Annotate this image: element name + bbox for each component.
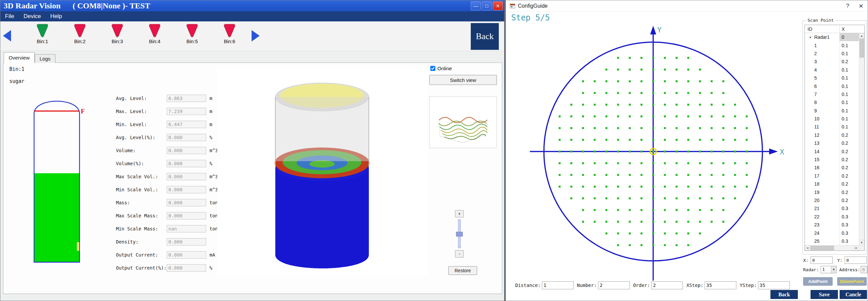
field-value-input[interactable] [167, 160, 206, 167]
bin-button[interactable]: Bin:6 [211, 23, 248, 44]
field-value-input[interactable] [167, 186, 206, 193]
switch-view-button[interactable]: Switch view [429, 75, 497, 85]
zoom-out-button[interactable]: - [455, 250, 464, 257]
param-input[interactable] [598, 281, 630, 289]
scan-point-row[interactable]: 4 0.1 [805, 66, 859, 74]
bin-button[interactable]: Bin:2 [61, 23, 99, 44]
y-coord-input[interactable] [845, 256, 867, 264]
scan-point-row[interactable]: 9 0.1 [805, 107, 859, 115]
scroll-left-icon[interactable]: ◄ [805, 245, 810, 250]
tab[interactable]: Overview [4, 52, 35, 63]
bin-button[interactable]: Bin:5 [174, 23, 211, 44]
field-value-input[interactable] [167, 134, 206, 141]
field-value-input[interactable] [167, 212, 206, 219]
titlebar[interactable]: 3D Radar Vision ( COM8|None )- TEST — □ … [0, 0, 504, 11]
scan-point-id: 9 [814, 108, 817, 113]
scan-point-row[interactable]: 14 0.2 [805, 147, 859, 155]
column-header-x[interactable]: X [840, 25, 864, 33]
maximize-button[interactable]: □ [482, 1, 492, 10]
scan-point-id: Radar1 [814, 34, 830, 40]
scroll-down-icon[interactable]: ▼ [859, 240, 864, 245]
scan-point-row[interactable]: 23 0.3 [805, 221, 859, 229]
bin-button[interactable]: Bin:1 [24, 23, 61, 44]
prev-bin-arrow[interactable] [3, 30, 11, 42]
next-bin-arrow[interactable] [252, 30, 259, 42]
radar-select[interactable]: 1 ▼ [820, 266, 837, 273]
scan-point-row[interactable]: 1 0.1 [805, 41, 859, 49]
scan-point-row[interactable]: 16 0.2 [805, 164, 859, 171]
field-value-input[interactable] [167, 238, 206, 245]
scan-point-row[interactable]: 5 0.1 [805, 74, 859, 82]
vertical-scroll-thumb[interactable] [860, 39, 864, 57]
scan-point-row[interactable]: 7 0.1 [805, 90, 859, 98]
scan-point-row[interactable]: 22 0.3 [805, 213, 859, 221]
tab[interactable]: Logs [35, 54, 56, 63]
scan-point-row[interactable]: 10 0.1 [805, 115, 859, 123]
menu-item[interactable]: Device [19, 11, 45, 21]
scan-point-row[interactable]: 21 0.3 [805, 204, 859, 212]
field-value-input[interactable] [167, 94, 206, 102]
scan-point-row[interactable]: 20 0.2 [805, 196, 859, 204]
zoom-slider-thumb[interactable] [456, 232, 463, 237]
bin-button[interactable]: Bin:3 [99, 23, 136, 44]
menu-item[interactable]: Help [45, 11, 66, 21]
close-button[interactable]: ✕ [493, 1, 503, 10]
field-unit: m [210, 109, 212, 114]
field-unit: % [210, 265, 212, 271]
address-input[interactable] [861, 266, 867, 273]
field-value-input[interactable] [167, 264, 206, 272]
online-checkbox[interactable] [430, 66, 435, 71]
scan-point-row[interactable]: 17 0.2 [805, 172, 859, 180]
scan-point-row[interactable]: ▾Radar1 0 [805, 33, 859, 41]
field-value-input[interactable] [167, 251, 206, 258]
scan-point-row[interactable]: 24 0.3 [805, 229, 859, 237]
scan-point-row[interactable]: 8 0.1 [805, 98, 859, 106]
scan-point-row[interactable]: 3 0.2 [805, 57, 859, 65]
save-button[interactable]: Save [810, 290, 838, 299]
scan-point-row[interactable]: 13 0.2 [805, 139, 859, 147]
field-value-input[interactable] [167, 199, 206, 207]
field-value-input[interactable] [167, 225, 206, 232]
scan-point-row[interactable]: 18 0.2 [805, 180, 859, 188]
add-point-button[interactable]: AddPoint [803, 277, 833, 285]
scan-point-row[interactable]: 2 0.1 [805, 50, 859, 57]
menu-item[interactable]: File [0, 11, 19, 21]
scan-point-row[interactable]: 12 0.2 [805, 131, 859, 139]
back-button[interactable]: Back [471, 23, 499, 50]
menubar: FileDeviceHelp [0, 11, 504, 21]
param-input[interactable] [542, 281, 574, 289]
scan-point-row[interactable]: 6 0.1 [805, 82, 859, 90]
field-value-input[interactable] [167, 173, 206, 180]
tank-3d-view[interactable] [217, 67, 427, 276]
param-input[interactable] [705, 281, 736, 289]
field-value-input[interactable] [167, 147, 206, 154]
scan-point-row[interactable]: 15 0.2 [805, 156, 859, 164]
table-vertical-scrollbar[interactable]: ▲ ▼ [859, 33, 864, 245]
scan-point-row[interactable]: 25 0.3 [805, 237, 859, 245]
chevron-down-icon[interactable]: ▼ [831, 266, 836, 273]
field-value-input[interactable] [167, 108, 206, 115]
scroll-up-icon[interactable]: ▲ [859, 33, 864, 38]
bin-button[interactable]: Bin:4 [136, 23, 174, 44]
minimize-button[interactable]: — [471, 1, 481, 10]
zoom-in-button[interactable]: + [455, 210, 464, 217]
help-button[interactable]: ? [841, 0, 854, 12]
cancel-button[interactable]: Cancle [840, 290, 867, 299]
horizontal-scroll-thumb[interactable] [810, 246, 834, 250]
column-header-id[interactable]: ID [805, 25, 840, 33]
table-horizontal-scrollbar[interactable]: ◄ ► [805, 245, 859, 250]
scroll-right-icon[interactable]: ► [854, 245, 859, 250]
x-coord-input[interactable] [810, 256, 833, 264]
scan-point-row[interactable]: 19 0.2 [805, 188, 859, 196]
scan-point-row[interactable]: 11 0.1 [805, 123, 859, 131]
delete-point-button[interactable]: DeletePoint [837, 277, 867, 285]
field-value-input[interactable] [167, 121, 206, 128]
scan-point-id: 24 [814, 230, 819, 236]
configguide-close-button[interactable]: ✕ [854, 0, 868, 12]
restore-button[interactable]: Restore [448, 266, 477, 275]
param-input[interactable] [651, 281, 683, 289]
param-input[interactable] [758, 281, 790, 289]
configguide-titlebar[interactable]: ConfigGuide ? ✕ [506, 0, 868, 12]
back-button[interactable]: Back [770, 290, 798, 299]
expand-icon[interactable]: ▾ [809, 35, 814, 39]
